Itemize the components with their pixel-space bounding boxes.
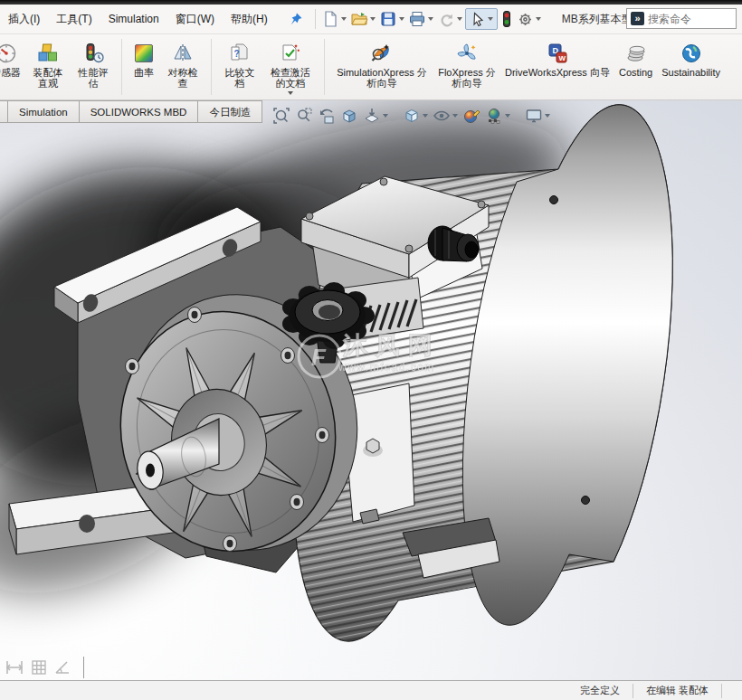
ribbon-button-sensors[interactable]: 传感器: [0, 39, 25, 80]
pin-menu-icon[interactable]: [289, 12, 303, 26]
ribbon-button-label: Sustainability: [661, 67, 720, 78]
watermark-brand: 沐风网: [342, 332, 441, 359]
sustainability-icon: [680, 41, 703, 65]
ribbon-button-label: 传感器: [0, 67, 21, 78]
interference-lights-button[interactable]: [499, 8, 514, 30]
tools-separator: [83, 657, 84, 678]
print-button[interactable]: [407, 8, 434, 30]
toolbar-separator: [315, 9, 316, 29]
graphics-viewport[interactable]: F 沐风网 www.mfcad.com: [0, 100, 742, 680]
dropdown-arrow[interactable]: [545, 114, 550, 118]
ribbon-button-sustainability[interactable]: Sustainability: [657, 39, 725, 80]
ribbon-button-curvature[interactable]: 曲率: [128, 39, 160, 80]
dropdown-arrow[interactable]: [457, 17, 462, 21]
dropdown-arrow[interactable]: [428, 17, 433, 21]
zoom-to-area-button[interactable]: [294, 106, 314, 126]
curvature-icon: [132, 41, 156, 65]
ribbon-separator: [121, 39, 122, 95]
grid-icon[interactable]: [31, 659, 47, 676]
menu-bar: 插入(I) 工具(T) Simulation 窗口(W) 帮助(H): [0, 5, 742, 34]
ribbon-button-assembly-visualization[interactable]: 装配体直观: [25, 39, 71, 90]
zoom-to-area-icon: [295, 107, 313, 125]
ribbon-toolbar: 传感器 装配体直观 性能评估 曲率 对称检查: [0, 34, 742, 100]
ribbon-button-costing[interactable]: Costing: [614, 39, 657, 80]
tab-today-manufacture[interactable]: 今日制造: [198, 100, 262, 123]
dropdown-arrow[interactable]: [341, 17, 347, 21]
ribbon-button-performance-evaluation[interactable]: 性能评估: [71, 39, 116, 90]
tab-cropped[interactable]: [0, 100, 8, 123]
apply-scene-icon: [485, 107, 503, 125]
watermark-logo-letter: F: [311, 344, 327, 371]
menu-insert[interactable]: 插入(I): [0, 5, 48, 33]
dropdown-arrow[interactable]: [452, 114, 458, 118]
solidworks-window: 插入(I) 工具(T) Simulation 窗口(W) 帮助(H): [0, 0, 742, 700]
interference-lights-icon: [500, 10, 513, 28]
hex-bolt: [366, 439, 379, 453]
apply-scene-button[interactable]: [484, 106, 511, 126]
ribbon-button-label: 装配体直观: [30, 67, 66, 89]
ribbon-button-check-active-document[interactable]: 检查激活的文档: [262, 39, 319, 97]
angle-icon[interactable]: [54, 659, 71, 676]
tab-solidworks-mbd[interactable]: SOLIDWORKS MBD: [80, 100, 199, 123]
dropdown-arrow[interactable]: [399, 17, 404, 21]
search-input[interactable]: [648, 13, 726, 25]
dropdown-arrow[interactable]: [488, 17, 493, 21]
previous-view-button[interactable]: [317, 106, 337, 126]
select-button[interactable]: [465, 8, 498, 30]
dropdown-arrow[interactable]: [536, 17, 541, 21]
dropdown-arrow[interactable]: [288, 91, 293, 95]
ribbon-button-driveworksxpress[interactable]: DW DriveWorksXpress 向导: [500, 39, 614, 80]
menu-help[interactable]: 帮助(H): [223, 5, 276, 33]
simulationxpress-icon: [370, 41, 394, 65]
motor-assembly-3d-model[interactable]: F 沐风网 www.mfcad.com: [0, 100, 742, 680]
tab-simulation[interactable]: Simulation: [8, 100, 80, 123]
hide-show-items-button[interactable]: [432, 106, 459, 126]
ribbon-button-label: 曲率: [134, 67, 154, 78]
dropdown-arrow[interactable]: [505, 114, 510, 118]
section-view-button[interactable]: [339, 106, 359, 126]
undo-icon: [437, 10, 455, 28]
ribbon-button-label: 比较文档: [222, 67, 258, 89]
menu-tools[interactable]: 工具(T): [48, 5, 100, 33]
solidworks-search-icon: »: [631, 12, 644, 25]
view-settings-icon: [525, 107, 543, 125]
dropdown-arrow[interactable]: [423, 114, 428, 118]
heads-up-view-toolbar: [271, 106, 551, 126]
ribbon-button-simulationxpress[interactable]: SimulationXpress 分析向导: [330, 39, 433, 90]
status-end-cell: [722, 681, 742, 700]
zoom-to-fit-button[interactable]: [271, 106, 291, 126]
ribbon-button-label: 对称检查: [165, 67, 201, 89]
dropdown-arrow[interactable]: [370, 17, 376, 21]
ribbon-button-compare-documents[interactable]: ? 比较文档: [217, 39, 262, 90]
ribbon-button-floxpress[interactable]: FloXpress 分析向导: [433, 39, 500, 90]
open-button[interactable]: [349, 8, 376, 30]
edit-appearance-button[interactable]: [461, 106, 481, 126]
annotation-views-button[interactable]: [362, 106, 389, 126]
performance-evaluation-icon: [81, 41, 105, 65]
save-button[interactable]: [378, 8, 405, 30]
ribbon-button-label: 检查激活的文档: [267, 67, 314, 89]
cover-bolt: [550, 196, 558, 204]
ribbon-button-symmetry-check[interactable]: 对称检查: [160, 39, 205, 90]
save-icon: [379, 10, 397, 28]
menu-window[interactable]: 窗口(W): [167, 5, 223, 33]
dropdown-arrow[interactable]: [383, 114, 388, 118]
view-orientation-icon: [403, 107, 421, 125]
undo-button[interactable]: [436, 8, 463, 30]
width-dimension-icon[interactable]: [5, 659, 24, 676]
viewport-bottom-tools: [5, 657, 84, 678]
ribbon-separator: [324, 39, 325, 95]
gauge-icon: [0, 41, 18, 65]
view-settings-button[interactable]: [524, 106, 551, 126]
assembly-visualization-icon: [36, 41, 60, 65]
previous-view-icon: [318, 107, 336, 125]
menu-simulation[interactable]: Simulation: [100, 5, 167, 33]
edit-appearance-icon: [462, 107, 480, 125]
command-search[interactable]: »: [626, 8, 737, 29]
svg-text:W: W: [558, 54, 566, 62]
costing-icon: [624, 41, 648, 65]
options-button[interactable]: [516, 9, 542, 30]
ribbon-button-label: 性能评估: [75, 67, 111, 89]
new-document-button[interactable]: [320, 8, 347, 30]
view-orientation-button[interactable]: [402, 106, 429, 126]
